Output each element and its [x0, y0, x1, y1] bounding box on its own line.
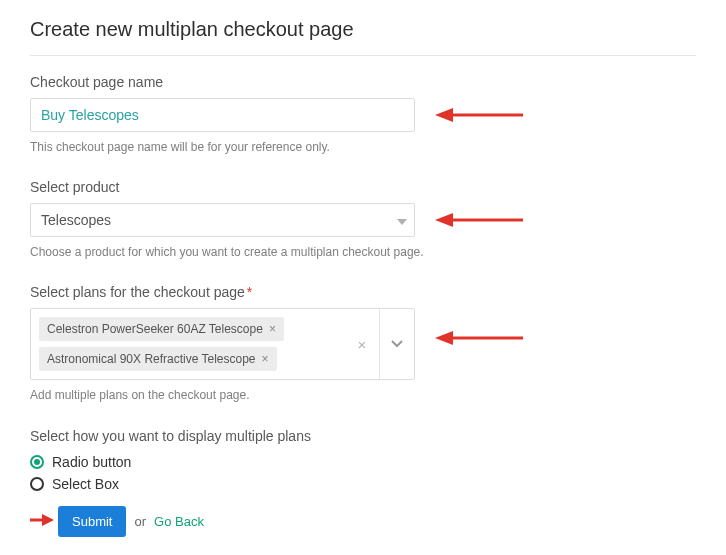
plan-chip-label: Astronomical 90X Refractive Telescope [47, 352, 256, 366]
page-title: Create new multiplan checkout page [30, 18, 696, 41]
field-select-plans: Select plans for the checkout page* Cele… [30, 284, 696, 405]
radio-label: Radio button [52, 454, 131, 470]
label-select-plans: Select plans for the checkout page* [30, 284, 696, 300]
radio-label: Select Box [52, 476, 119, 492]
display-option-radio[interactable]: Radio button [30, 454, 696, 470]
divider [30, 55, 696, 56]
label-select-product: Select product [30, 179, 696, 195]
clear-all-icon[interactable]: × [345, 309, 379, 379]
radio-icon [30, 455, 44, 469]
submit-button[interactable]: Submit [58, 506, 126, 537]
annotation-arrow-icon [435, 105, 525, 125]
remove-chip-icon[interactable]: × [262, 352, 269, 366]
field-select-product: Select product Telescopes Choose a produ… [30, 179, 696, 262]
label-checkout-name: Checkout page name [30, 74, 696, 90]
helper-select-product: Choose a product for which you want to c… [30, 243, 696, 262]
plans-multiselect[interactable]: Celestron PowerSeeker 60AZ Telescope × A… [30, 308, 415, 380]
annotation-arrow-icon [30, 512, 54, 531]
svg-marker-8 [42, 514, 54, 526]
svg-marker-1 [435, 108, 453, 122]
or-text: or [134, 514, 146, 529]
plan-chip: Celestron PowerSeeker 60AZ Telescope × [39, 317, 284, 341]
product-selected-value: Telescopes [41, 212, 111, 228]
annotation-arrow-icon [435, 328, 525, 348]
plan-chip: Astronomical 90X Refractive Telescope × [39, 347, 277, 371]
button-bar: Submit or Go Back [30, 506, 696, 537]
helper-select-plans: Add multiple plans on the checkout page. [30, 386, 696, 405]
display-option-select[interactable]: Select Box [30, 476, 696, 492]
product-select[interactable]: Telescopes [30, 203, 415, 237]
helper-checkout-name: This checkout page name will be for your… [30, 138, 696, 157]
field-display-mode: Select how you want to display multiple … [30, 428, 696, 492]
plan-chip-label: Celestron PowerSeeker 60AZ Telescope [47, 322, 263, 336]
checkout-name-input[interactable] [30, 98, 415, 132]
radio-icon [30, 477, 44, 491]
plans-chip-zone[interactable]: Celestron PowerSeeker 60AZ Telescope × A… [31, 309, 345, 379]
required-asterisk: * [247, 284, 252, 300]
field-checkout-name: Checkout page name This checkout page na… [30, 74, 696, 157]
annotation-arrow-icon [435, 210, 525, 230]
svg-marker-2 [397, 219, 407, 225]
chevron-down-icon [391, 340, 403, 348]
dropdown-toggle[interactable] [380, 309, 414, 379]
remove-chip-icon[interactable]: × [269, 322, 276, 336]
svg-marker-4 [435, 213, 453, 227]
label-display-mode: Select how you want to display multiple … [30, 428, 696, 444]
go-back-link[interactable]: Go Back [154, 514, 204, 529]
chevron-down-icon [397, 212, 407, 228]
svg-marker-6 [435, 331, 453, 345]
